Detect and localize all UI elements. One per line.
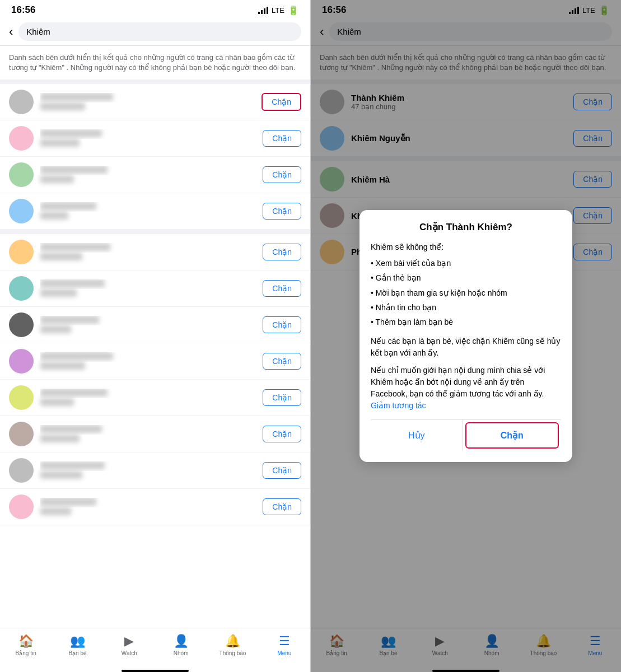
block-button-2[interactable]: Chặn	[263, 130, 301, 147]
block-button-11[interactable]: Chặn	[263, 462, 301, 479]
people-list-left: Chặn Chặn Chặn	[0, 84, 310, 628]
home-indicator-left	[122, 670, 189, 672]
person-name-5	[40, 243, 263, 253]
modal-cancel-button[interactable]: Hủy	[371, 420, 463, 451]
block-button-6[interactable]: Chặn	[263, 280, 301, 297]
person-name-11	[40, 461, 263, 471]
person-item-10: Chặn	[0, 416, 310, 452]
nav-friends-label-left: Bạn bè	[68, 650, 86, 656]
block-button-3[interactable]: Chặn	[263, 166, 301, 183]
block-confirm-modal: Chặn Thành Khiêm? Khiêm sẽ không thể: • …	[359, 210, 572, 461]
description-left: Danh sách bên dưới hiển thị kết quả cho …	[0, 46, 310, 84]
notifications-icon-left: 🔔	[225, 634, 240, 648]
nav-groups-label-left: Nhóm	[174, 650, 189, 656]
battery-icon-left: 🔋	[288, 5, 299, 16]
person-item-11: Chặn	[0, 452, 310, 489]
person-name-1	[40, 93, 262, 102]
modal-note2: Nếu chỉ muốn giới hạn nội dung mình chia…	[371, 365, 561, 412]
modal-body: Khiêm sẽ không thể: • Xem bài viết của b…	[371, 241, 561, 411]
person-sub-8	[40, 362, 263, 370]
menu-icon-left: ☰	[279, 634, 290, 648]
avatar-6	[9, 276, 34, 301]
person-sub-5	[40, 253, 263, 261]
avatar-3	[9, 162, 34, 187]
person-info-11	[40, 461, 263, 479]
person-sub-11	[40, 471, 263, 479]
person-name-9	[40, 389, 263, 398]
person-name-12	[40, 498, 263, 507]
person-name-10	[40, 425, 263, 435]
modal-note1: Nếu các bạn là bạn bè, việc chặn Khiêm c…	[371, 335, 561, 359]
person-info-2	[40, 129, 263, 147]
person-sub-6	[40, 289, 263, 297]
search-input-left[interactable]	[18, 22, 301, 41]
lte-label-left: LTE	[272, 6, 284, 15]
block-button-9[interactable]: Chặn	[263, 389, 301, 406]
person-name-2	[40, 129, 263, 139]
block-button-1[interactable]: Chặn	[262, 93, 301, 111]
watch-icon-left: ▶	[124, 634, 134, 648]
person-info-3	[40, 166, 263, 184]
person-item-12: Chặn	[0, 489, 310, 525]
modal-restriction-list: • Xem bài viết của bạn • Gắn thẻ bạn • M…	[371, 257, 561, 329]
restriction-4: • Nhắn tin cho bạn	[371, 301, 561, 314]
back-button-left[interactable]: ‹	[9, 25, 13, 39]
person-info-5	[40, 243, 263, 261]
person-name-6	[40, 279, 263, 289]
nav-home-left[interactable]: 🏠 Bảng tin	[0, 632, 52, 659]
nav-menu-left[interactable]: ☰ Menu	[259, 632, 310, 659]
person-sub-9	[40, 398, 263, 407]
signal-icon-left	[258, 6, 268, 14]
reduce-interaction-link[interactable]: Giảm tương tác	[371, 401, 426, 410]
avatar-8	[9, 349, 34, 374]
person-sub-7	[40, 325, 263, 334]
right-screen: 16:56 LTE 🔋 ‹ Danh sách bên dưới hiển th…	[311, 0, 621, 672]
nav-friends-left[interactable]: 👥 Bạn bè	[52, 632, 103, 659]
person-sub-1	[40, 102, 262, 111]
person-name-4	[40, 202, 263, 212]
person-name-7	[40, 316, 263, 325]
person-info-10	[40, 425, 263, 443]
block-button-7[interactable]: Chặn	[263, 316, 301, 333]
block-button-8[interactable]: Chặn	[263, 353, 301, 370]
modal-actions: Hủy Chặn	[371, 419, 561, 451]
avatar-5	[9, 240, 34, 264]
home-icon-left: 🏠	[18, 634, 34, 648]
nav-groups-left[interactable]: 👤 Nhóm	[155, 632, 207, 659]
nav-notifications-left[interactable]: 🔔 Thông báo	[207, 632, 258, 659]
modal-confirm-button[interactable]: Chặn	[465, 422, 559, 449]
bottom-nav-left: 🏠 Bảng tin 👥 Bạn bè ▶ Watch 👤 Nhóm 🔔 Thô…	[0, 628, 310, 668]
status-icons-left: LTE 🔋	[258, 5, 299, 16]
block-button-10[interactable]: Chặn	[263, 426, 301, 442]
person-info-1	[40, 93, 262, 111]
avatar-9	[9, 385, 34, 410]
left-screen: 16:56 LTE 🔋 ‹ Danh sách bên dưới hiển th…	[0, 0, 311, 672]
block-button-5[interactable]: Chặn	[263, 244, 301, 260]
person-item-8: Chặn	[0, 343, 310, 380]
person-sub-12	[40, 507, 263, 516]
person-item-7: Chặn	[0, 307, 310, 343]
nav-watch-left[interactable]: ▶ Watch	[104, 632, 155, 659]
person-item-5: Chặn	[0, 234, 310, 270]
person-sub-2	[40, 139, 263, 147]
modal-overlay: Chặn Thành Khiêm? Khiêm sẽ không thể: • …	[311, 0, 621, 672]
nav-watch-label-left: Watch	[122, 650, 137, 656]
section-divider-left	[0, 230, 310, 234]
person-info-9	[40, 389, 263, 407]
person-name-3	[40, 166, 263, 175]
person-sub-10	[40, 435, 263, 443]
avatar-4	[9, 199, 34, 223]
block-button-12[interactable]: Chặn	[263, 498, 301, 515]
person-name-8	[40, 352, 263, 362]
nav-menu-label-left: Menu	[277, 650, 291, 656]
person-item-4: Chặn	[0, 193, 310, 230]
person-info-8	[40, 352, 263, 370]
avatar-12	[9, 494, 34, 519]
friends-icon-left: 👥	[70, 634, 85, 648]
block-button-4[interactable]: Chặn	[263, 203, 301, 220]
person-info-6	[40, 279, 263, 297]
person-info-7	[40, 316, 263, 334]
restriction-3: • Mời bạn tham gia sự kiện hoặc nhóm	[371, 287, 561, 299]
modal-intro: Khiêm sẽ không thể:	[371, 241, 561, 253]
status-bar-left: 16:56 LTE 🔋	[0, 0, 310, 18]
